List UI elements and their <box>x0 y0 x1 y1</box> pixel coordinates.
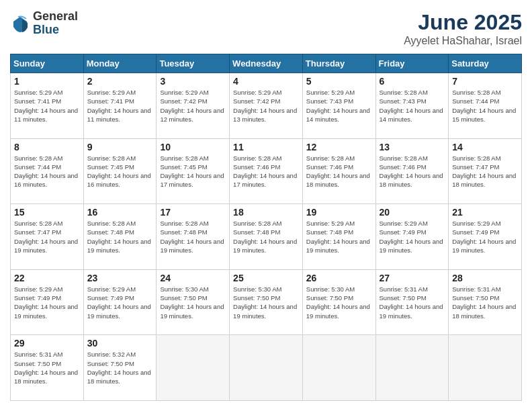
day-number: 28 <box>452 273 518 283</box>
logo-text: General Blue <box>33 10 78 37</box>
day-info: Sunrise: 5:31 AMSunset: 7:50 PMDaylight:… <box>14 351 78 385</box>
table-row <box>375 335 449 401</box>
col-sunday: Sunday <box>11 54 84 73</box>
day-info: Sunrise: 5:28 AMSunset: 7:45 PMDaylight:… <box>160 154 224 189</box>
logo-general-text: General <box>33 10 78 24</box>
day-number: 6 <box>380 76 445 87</box>
day-number: 22 <box>14 273 80 283</box>
logo: General Blue <box>10 10 78 37</box>
table-row <box>157 335 230 401</box>
day-number: 10 <box>160 142 226 152</box>
day-number: 5 <box>306 76 372 87</box>
day-info: Sunrise: 5:29 AMSunset: 7:49 PMDaylight:… <box>452 220 516 254</box>
calendar-week-row: 22 Sunrise: 5:29 AMSunset: 7:49 PMDaylig… <box>11 269 522 335</box>
day-info: Sunrise: 5:29 AMSunset: 7:43 PMDaylight:… <box>306 89 370 123</box>
header: General Blue June 2025 Ayyelet HaShahar,… <box>10 10 522 47</box>
table-row: 4 Sunrise: 5:29 AMSunset: 7:42 PMDayligh… <box>230 73 303 139</box>
page: General Blue June 2025 Ayyelet HaShahar,… <box>0 0 532 411</box>
table-row <box>449 335 522 401</box>
col-monday: Monday <box>83 54 157 73</box>
day-info: Sunrise: 5:30 AMSunset: 7:50 PMDaylight:… <box>160 285 224 320</box>
day-info: Sunrise: 5:29 AMSunset: 7:41 PMDaylight:… <box>87 89 151 123</box>
day-number: 4 <box>233 76 299 87</box>
day-number: 3 <box>160 76 226 87</box>
calendar-week-row: 15 Sunrise: 5:28 AMSunset: 7:47 PMDaylig… <box>11 204 522 270</box>
title-block: June 2025 Ayyelet HaShahar, Israel <box>404 10 522 47</box>
table-row: 25 Sunrise: 5:30 AMSunset: 7:50 PMDaylig… <box>230 269 303 335</box>
day-number: 9 <box>87 142 153 152</box>
table-row <box>302 335 375 401</box>
location: Ayyelet HaShahar, Israel <box>404 35 522 47</box>
table-row: 15 Sunrise: 5:28 AMSunset: 7:47 PMDaylig… <box>11 204 84 270</box>
table-row: 5 Sunrise: 5:29 AMSunset: 7:43 PMDayligh… <box>302 73 375 139</box>
day-number: 20 <box>380 207 445 218</box>
day-number: 25 <box>233 273 299 283</box>
table-row: 8 Sunrise: 5:28 AMSunset: 7:44 PMDayligh… <box>11 138 84 204</box>
col-saturday: Saturday <box>449 54 522 73</box>
calendar-week-row: 1 Sunrise: 5:29 AMSunset: 7:41 PMDayligh… <box>11 73 522 139</box>
day-number: 19 <box>306 207 372 218</box>
table-row: 27 Sunrise: 5:31 AMSunset: 7:50 PMDaylig… <box>375 269 449 335</box>
col-wednesday: Wednesday <box>230 54 303 73</box>
day-number: 17 <box>160 207 226 218</box>
table-row: 21 Sunrise: 5:29 AMSunset: 7:49 PMDaylig… <box>449 204 522 270</box>
day-info: Sunrise: 5:29 AMSunset: 7:42 PMDaylight:… <box>233 89 297 123</box>
table-row: 10 Sunrise: 5:28 AMSunset: 7:45 PMDaylig… <box>157 138 230 204</box>
table-row: 22 Sunrise: 5:29 AMSunset: 7:49 PMDaylig… <box>11 269 84 335</box>
day-info: Sunrise: 5:30 AMSunset: 7:50 PMDaylight:… <box>233 285 297 320</box>
col-friday: Friday <box>375 54 449 73</box>
day-info: Sunrise: 5:29 AMSunset: 7:49 PMDaylight:… <box>87 285 151 320</box>
day-number: 11 <box>233 142 299 152</box>
day-info: Sunrise: 5:28 AMSunset: 7:44 PMDaylight:… <box>452 89 516 123</box>
day-number: 27 <box>380 273 445 283</box>
day-info: Sunrise: 5:32 AMSunset: 7:50 PMDaylight:… <box>87 351 151 385</box>
table-row: 23 Sunrise: 5:29 AMSunset: 7:49 PMDaylig… <box>83 269 157 335</box>
calendar-table: Sunday Monday Tuesday Wednesday Thursday… <box>10 54 522 401</box>
table-row: 1 Sunrise: 5:29 AMSunset: 7:41 PMDayligh… <box>11 73 84 139</box>
day-info: Sunrise: 5:28 AMSunset: 7:44 PMDaylight:… <box>14 154 78 189</box>
table-row: 17 Sunrise: 5:28 AMSunset: 7:48 PMDaylig… <box>157 204 230 270</box>
day-info: Sunrise: 5:28 AMSunset: 7:48 PMDaylight:… <box>87 220 151 254</box>
table-row: 30 Sunrise: 5:32 AMSunset: 7:50 PMDaylig… <box>83 335 157 401</box>
day-info: Sunrise: 5:28 AMSunset: 7:45 PMDaylight:… <box>87 154 151 189</box>
day-info: Sunrise: 5:28 AMSunset: 7:48 PMDaylight:… <box>160 220 224 254</box>
day-number: 23 <box>87 273 153 283</box>
table-row: 7 Sunrise: 5:28 AMSunset: 7:44 PMDayligh… <box>449 73 522 139</box>
table-row: 14 Sunrise: 5:28 AMSunset: 7:47 PMDaylig… <box>449 138 522 204</box>
day-number: 12 <box>306 142 372 152</box>
day-number: 26 <box>306 273 372 283</box>
day-info: Sunrise: 5:28 AMSunset: 7:47 PMDaylight:… <box>452 154 516 189</box>
day-info: Sunrise: 5:29 AMSunset: 7:42 PMDaylight:… <box>160 89 224 123</box>
day-info: Sunrise: 5:28 AMSunset: 7:46 PMDaylight:… <box>380 154 443 189</box>
day-info: Sunrise: 5:31 AMSunset: 7:50 PMDaylight:… <box>452 285 516 320</box>
day-info: Sunrise: 5:29 AMSunset: 7:49 PMDaylight:… <box>380 220 443 254</box>
day-number: 14 <box>452 142 518 152</box>
table-row: 24 Sunrise: 5:30 AMSunset: 7:50 PMDaylig… <box>157 269 230 335</box>
day-info: Sunrise: 5:29 AMSunset: 7:48 PMDaylight:… <box>306 220 370 254</box>
table-row: 3 Sunrise: 5:29 AMSunset: 7:42 PMDayligh… <box>157 73 230 139</box>
col-tuesday: Tuesday <box>157 54 230 73</box>
day-number: 1 <box>14 76 80 87</box>
calendar-week-row: 8 Sunrise: 5:28 AMSunset: 7:44 PMDayligh… <box>11 138 522 204</box>
table-row: 11 Sunrise: 5:28 AMSunset: 7:46 PMDaylig… <box>230 138 303 204</box>
day-info: Sunrise: 5:30 AMSunset: 7:50 PMDaylight:… <box>306 285 370 320</box>
day-number: 29 <box>14 338 80 349</box>
logo-icon <box>10 13 30 34</box>
table-row: 18 Sunrise: 5:28 AMSunset: 7:48 PMDaylig… <box>230 204 303 270</box>
table-row: 9 Sunrise: 5:28 AMSunset: 7:45 PMDayligh… <box>83 138 157 204</box>
col-thursday: Thursday <box>302 54 375 73</box>
day-number: 2 <box>87 76 153 87</box>
day-info: Sunrise: 5:28 AMSunset: 7:46 PMDaylight:… <box>233 154 297 189</box>
month-title: June 2025 <box>404 10 522 35</box>
table-row <box>230 335 303 401</box>
day-info: Sunrise: 5:28 AMSunset: 7:48 PMDaylight:… <box>233 220 297 254</box>
day-info: Sunrise: 5:29 AMSunset: 7:49 PMDaylight:… <box>14 285 78 320</box>
table-row: 19 Sunrise: 5:29 AMSunset: 7:48 PMDaylig… <box>302 204 375 270</box>
table-row: 6 Sunrise: 5:28 AMSunset: 7:43 PMDayligh… <box>375 73 449 139</box>
day-info: Sunrise: 5:28 AMSunset: 7:43 PMDaylight:… <box>380 89 443 123</box>
table-row: 26 Sunrise: 5:30 AMSunset: 7:50 PMDaylig… <box>302 269 375 335</box>
day-number: 8 <box>14 142 80 152</box>
day-info: Sunrise: 5:29 AMSunset: 7:41 PMDaylight:… <box>14 89 78 123</box>
day-info: Sunrise: 5:28 AMSunset: 7:46 PMDaylight:… <box>306 154 370 189</box>
day-info: Sunrise: 5:28 AMSunset: 7:47 PMDaylight:… <box>14 220 78 254</box>
